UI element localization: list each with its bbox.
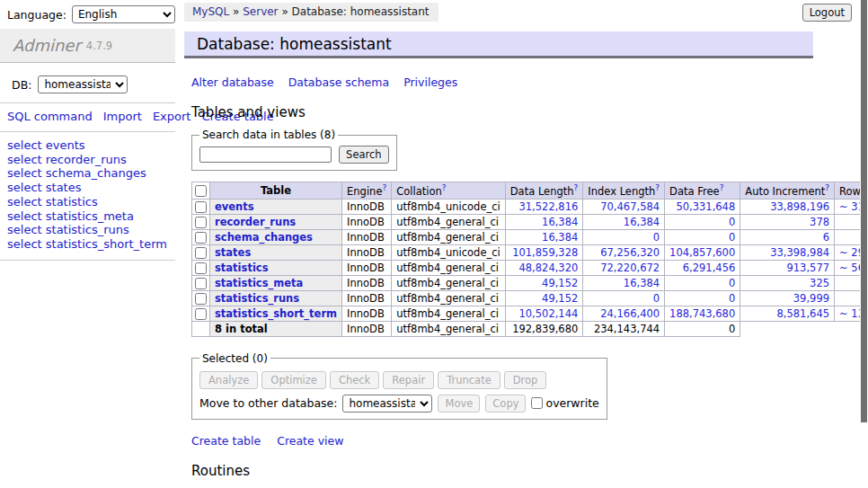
overwrite-checkbox[interactable] [531, 397, 543, 409]
move-button[interactable]: Move [438, 395, 480, 413]
search-button[interactable]: Search [339, 146, 389, 164]
help-icon[interactable]: ? [825, 183, 829, 192]
table-link-statistics-short-term[interactable]: statistics_short_term [215, 307, 337, 320]
row-checkbox-statistics-meta[interactable] [195, 278, 207, 289]
row-checkbox-schema-changes[interactable] [195, 232, 207, 244]
app-version: 4.7.9 [86, 40, 112, 52]
search-input[interactable] [199, 146, 332, 163]
optimize-button[interactable]: Optimize [261, 371, 326, 389]
engine-cell: InnoDB [342, 244, 392, 260]
sidebar-select-statistics[interactable]: select statistics [7, 195, 175, 209]
table-link-recorder-runs[interactable]: recorder_runs [215, 216, 296, 228]
table-row: statesInnoDButf8mb4_unicode_ci101,859,32… [192, 244, 868, 260]
index-length-cell: 0 [583, 229, 665, 244]
select-all-checkbox[interactable] [195, 185, 207, 197]
help-icon[interactable]: ? [442, 183, 447, 192]
link-privileges[interactable]: Privileges [403, 75, 457, 89]
data-length-cell: 31,522,816 [505, 199, 583, 214]
row-checkbox-statistics-short-term[interactable] [195, 308, 207, 320]
scrollbar-thumb[interactable] [861, 0, 867, 422]
move-row: Move to other database: homeassistant Mo… [199, 395, 599, 413]
table-row: schema_changesInnoDButf8mb4_general_ci16… [192, 229, 868, 244]
row-checkbox-states[interactable] [195, 247, 207, 259]
index-length-cell: 16,384 [583, 214, 665, 229]
db-select[interactable]: homeassistant [38, 75, 128, 93]
row-checkbox-events[interactable] [195, 201, 207, 213]
auto-increment-cell: 39,999 [740, 290, 835, 306]
breadcrumb-server-link[interactable]: Server [243, 5, 278, 18]
breadcrumb-mysql-link[interactable]: MySQL [192, 5, 229, 18]
sidebar-link-sql-command[interactable]: SQL command [7, 110, 93, 123]
table-link-statistics-runs[interactable]: statistics_runs [215, 292, 299, 305]
scrollbar[interactable] [860, 0, 868, 488]
row-select-cell [192, 260, 210, 275]
sidebar: Language: English Adminer 4.7.9 DB: home… [0, 0, 175, 488]
truncate-button[interactable]: Truncate [438, 371, 500, 389]
collation-cell: utf8mb4_unicode_ci [392, 244, 506, 260]
column-header-data-length: Data Length? [505, 182, 583, 200]
sidebar-select-recorder-runs[interactable]: select recorder_runs [7, 153, 175, 167]
help-icon[interactable]: ? [382, 183, 386, 192]
copy-button[interactable]: Copy [485, 395, 526, 413]
row-checkbox-recorder-runs[interactable] [195, 217, 207, 228]
index-length-cell: 70,467,584 [583, 199, 665, 214]
total-data-free-cell: 0 [665, 321, 740, 336]
check-button[interactable]: Check [330, 371, 379, 389]
row-select-cell [192, 275, 210, 290]
select-all-cell [192, 182, 210, 200]
collation-cell: utf8mb4_general_ci [392, 214, 506, 229]
overwrite-option: overwrite [531, 396, 598, 410]
row-checkbox-statistics-runs[interactable] [195, 293, 207, 305]
row-checkbox-statistics[interactable] [195, 262, 207, 274]
help-icon[interactable]: ? [720, 183, 724, 192]
table-header-row: TableEngine?Collation?Data Length?Index … [192, 182, 868, 200]
table-link-states[interactable]: states [215, 246, 251, 259]
table-link-statistics[interactable]: statistics [215, 262, 269, 274]
table-link-statistics-meta[interactable]: statistics_meta [215, 277, 303, 289]
sidebar-select-statistics-short-term[interactable]: select statistics_short_term [7, 237, 175, 252]
logout-button[interactable]: Logout [802, 4, 852, 22]
column-header-table: Table [210, 182, 342, 200]
page-title: Database: homeassistant [197, 35, 392, 53]
sidebar-select-events[interactable]: select events [7, 138, 175, 153]
column-header-index-length: Index Length? [583, 182, 665, 200]
help-icon[interactable]: ? [574, 183, 579, 192]
collation-cell: utf8mb4_general_ci [392, 306, 506, 321]
language-row: Language: English [0, 0, 175, 23]
sidebar-link-import[interactable]: Import [103, 110, 142, 123]
auto-increment-cell: 33,898,196 [740, 199, 835, 214]
language-select[interactable]: English [72, 5, 175, 23]
data-length-cell: 101,859,328 [505, 244, 583, 260]
link-database-schema[interactable]: Database schema [288, 75, 389, 89]
table-link-schema-changes[interactable]: schema_changes [215, 231, 313, 244]
column-header-collation: Collation? [392, 182, 506, 200]
row-select-cell [192, 290, 210, 306]
tables-overview-table: TableEngine?Collation?Data Length?Index … [191, 182, 868, 337]
help-icon[interactable]: ? [655, 183, 660, 192]
db-select-row: DB: homeassistant [0, 63, 175, 102]
repair-button[interactable]: Repair [383, 371, 434, 389]
data-free-cell: 0 [665, 275, 740, 290]
sidebar-select-statistics-runs[interactable]: select statistics_runs [7, 223, 175, 237]
link-create-table[interactable]: Create table [191, 434, 261, 448]
table-name-cell: schema_changes [210, 229, 342, 244]
sidebar-select-states[interactable]: select states [7, 181, 175, 195]
routines-section-title: Routines [191, 463, 813, 479]
auto-increment-cell: 6 [740, 229, 835, 244]
row-select-cell [192, 244, 210, 260]
link-alter-database[interactable]: Alter database [191, 75, 274, 89]
data-free-cell: 188,743,680 [665, 306, 740, 321]
engine-cell: InnoDB [342, 229, 392, 244]
blank-cell [740, 321, 835, 336]
link-create-view[interactable]: Create view [277, 434, 343, 448]
sidebar-select-statistics-meta[interactable]: select statistics_meta [7, 209, 175, 224]
move-database-select[interactable]: homeassistant [342, 395, 432, 413]
sidebar-select-schema-changes[interactable]: select schema_changes [7, 166, 175, 181]
drop-button[interactable]: Drop [504, 371, 547, 389]
breadcrumb: MySQL » Server » Database: homeassistant [184, 3, 438, 22]
row-select-cell [192, 229, 210, 244]
analyze-button[interactable]: Analyze [199, 371, 258, 389]
table-link-events[interactable]: events [215, 200, 254, 213]
breadcrumb-separator: » [233, 5, 239, 18]
tables-section-title: Tables and views [191, 104, 813, 120]
